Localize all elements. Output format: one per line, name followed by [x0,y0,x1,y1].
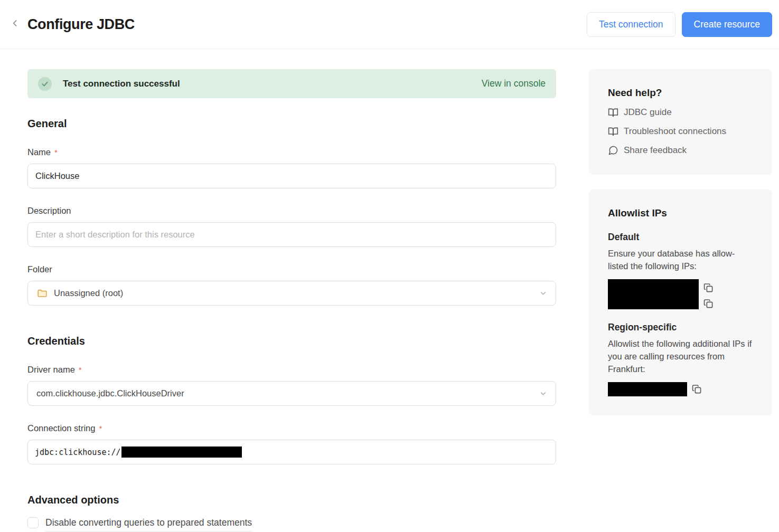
check-icon [38,77,52,91]
option-row-prepared-statements: Disable converting queries to prepared s… [27,517,556,531]
required-asterisk: * [79,365,82,374]
view-in-console-link[interactable]: View in console [482,78,546,89]
region-specific-heading: Region-specific [608,322,753,333]
book-open-icon [608,126,618,137]
chevron-down-icon [539,289,547,297]
driver-name-select[interactable]: com.clickhouse.jdbc.ClickHouseDriver [27,381,556,406]
allowlist-ips-heading: Allowlist IPs [608,207,753,219]
folder-icon [36,288,48,299]
page-content: Test connection successful View in conso… [0,49,779,532]
test-connection-button[interactable]: Test connection [587,12,675,37]
default-ips-description: Ensure your database has allow-listed th… [608,247,753,272]
driver-name-label: Driver name * [27,365,556,375]
connection-string-input[interactable]: jdbc:clickhouse:// [27,440,556,464]
description-label: Description [27,206,556,216]
help-link-label: Share feedback [624,145,687,156]
name-label: Name * [27,147,556,157]
folder-value: Unassigned (root) [54,288,123,298]
name-input[interactable] [27,164,556,188]
required-asterisk: * [99,423,102,433]
folder-select[interactable]: Unassigned (root) [27,281,556,306]
need-help-heading: Need help? [608,87,753,99]
default-ips-heading: Default [608,232,753,243]
general-section-heading: General [27,118,556,130]
need-help-card: Need help? JDBC guide Troubleshoot conne… [589,69,772,175]
success-banner: Test connection successful View in conso… [27,69,556,98]
redacted-region-ips [608,382,687,396]
connection-string-prefix: jdbc:clickhouse:// [35,448,121,457]
description-input[interactable] [27,222,556,247]
copy-icon[interactable] [703,283,714,293]
redacted-connection-string [121,446,242,458]
copy-icon[interactable] [692,382,702,394]
region-ips-block [608,382,753,396]
region-specific-description: Allowlist the following additional IPs i… [608,337,753,375]
allowlist-ips-card: Allowlist IPs Default Ensure your databa… [589,189,772,415]
chevron-down-icon [539,390,547,397]
page-header: Configure JDBC Test connection Create re… [0,0,779,49]
connection-string-label: Connection string * [27,423,556,433]
jdbc-guide-link[interactable]: JDBC guide [608,107,753,118]
message-bubble-icon [608,145,618,156]
driver-name-value: com.clickhouse.jdbc.ClickHouseDriver [36,388,184,398]
prepared-statements-label[interactable]: Disable converting queries to prepared s… [45,517,252,531]
advanced-options-heading: Advanced options [27,494,556,506]
copy-icon[interactable] [703,299,714,309]
credentials-section-heading: Credentials [27,335,556,347]
chevron-left-icon [10,18,21,31]
required-asterisk: * [54,147,58,157]
default-ips-block [608,279,753,309]
sidebar: Need help? JDBC guide Troubleshoot conne… [589,69,772,532]
prepared-statements-checkbox[interactable] [27,517,39,528]
back-button[interactable] [8,17,22,31]
form-column: Test connection successful View in conso… [27,69,556,532]
page-title: Configure JDBC [27,16,135,33]
troubleshoot-connections-link[interactable]: Troubleshoot connections [608,126,753,137]
create-resource-button[interactable]: Create resource [682,12,772,37]
book-open-icon [608,107,618,118]
banner-message: Test connection successful [63,79,180,89]
help-link-label: JDBC guide [624,107,672,118]
folder-label: Folder [27,264,556,274]
help-link-label: Troubleshoot connections [624,126,726,137]
share-feedback-link[interactable]: Share feedback [608,145,753,156]
redacted-default-ips [608,279,699,309]
